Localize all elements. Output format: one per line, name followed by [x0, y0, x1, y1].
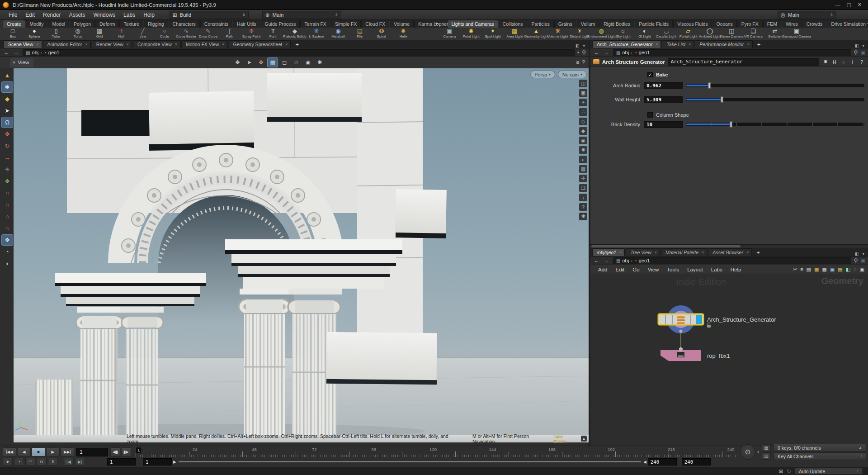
render-shutter-icon[interactable]: ◉ — [303, 58, 313, 67]
model[interactable]: Model — [48, 20, 69, 28]
go-end-button[interactable]: ▶▶| — [61, 447, 74, 456]
display-wire-icon[interactable]: ◇ — [579, 118, 587, 125]
go[interactable]: Go — [628, 266, 643, 273]
create[interactable]: Create — [3, 20, 25, 28]
assets[interactable]: Assets — [65, 11, 89, 19]
guide-process[interactable]: Guide Process — [261, 20, 300, 28]
close-button[interactable]: ✕ — [858, 2, 862, 8]
slider-handle[interactable] — [708, 82, 711, 89]
help[interactable]: Help — [726, 266, 745, 273]
prev-key-button[interactable]: |◀ — [64, 458, 74, 466]
frame-selected-icon[interactable]: ⌖ — [579, 99, 587, 106]
forward-arrow-icon[interactable]: → — [603, 49, 610, 56]
net-grid-icon[interactable]: ▦ — [822, 266, 826, 272]
hair-utils[interactable]: Hair Utils — [233, 20, 260, 28]
node-label-2[interactable]: rop_fbx1 — [707, 352, 730, 359]
param-help-icon[interactable]: ? — [858, 59, 865, 65]
pane-maximize-icon[interactable]: ◧ — [855, 252, 859, 256]
viewport-message-icon[interactable]: ▲ — [581, 436, 587, 442]
geometry-spreadsheet[interactable]: Geometry Spreadsheet× — [229, 40, 291, 48]
next-frame-button[interactable]: ▮▶ — [121, 447, 131, 456]
render[interactable]: Render — [39, 11, 65, 19]
playback-range-slider[interactable] — [179, 461, 641, 462]
simple-fx[interactable]: Simple FX — [331, 20, 361, 28]
pyro-fx[interactable]: Pyro FX — [737, 20, 763, 28]
net-tree-icon[interactable]: ≡ — [800, 266, 803, 272]
add-shelf-tab-button[interactable]: + — [431, 20, 442, 28]
prev-frame-button[interactable]: ◀▮ — [110, 447, 120, 456]
grains[interactable]: Grains — [554, 20, 576, 28]
labs[interactable]: Labs — [119, 11, 139, 19]
tool-spiral[interactable]: ❂ Spiral — [371, 28, 392, 38]
snap-point-icon[interactable]: ∩ — [2, 211, 13, 222]
tool-gi-light[interactable]: ◐ GI Light — [634, 28, 656, 38]
realtime-toggle-icon[interactable]: ⊙ — [37, 458, 47, 466]
snap-options-icon[interactable]: ▦ — [268, 58, 278, 67]
new-pane-tab-button[interactable]: + — [292, 41, 302, 48]
lights-and-cameras[interactable]: Lights and Cameras — [448, 20, 498, 28]
shelf-set-selector[interactable]: ⊕ Main ⇕ — [262, 11, 341, 19]
breadcrumb-obj[interactable]: obj — [622, 258, 629, 263]
align-icon[interactable]: ❖ — [2, 176, 13, 186]
tree-view[interactable]: Tree View× — [626, 248, 660, 256]
display-shaded-icon[interactable]: ◆ — [579, 127, 587, 135]
motion-fx-view[interactable]: Motion FX View× — [181, 40, 228, 48]
snap-curve-icon[interactable]: ∩ — [2, 200, 13, 210]
tool-portal-light[interactable]: ▱ Portal Light — [677, 28, 699, 38]
layout[interactable]: Layout — [683, 266, 707, 273]
oceans[interactable]: Oceans — [712, 20, 737, 28]
pane-maximize-icon[interactable]: ◧ — [576, 43, 580, 48]
constraints[interactable]: Constraints — [200, 20, 232, 28]
param-search-icon[interactable]: ◌ — [840, 59, 847, 65]
pin-icon[interactable]: ⚲ — [854, 257, 858, 264]
display-settings-icon[interactable]: ✱ — [315, 58, 325, 67]
edit[interactable]: Edit — [611, 266, 628, 273]
vp-settings-icon[interactable]: ✱ — [579, 213, 587, 220]
close-tab-icon[interactable]: × — [85, 42, 88, 47]
tool-circle[interactable]: ○ Circle — [154, 28, 175, 38]
performance-monitor[interactable]: Performance Monitor× — [695, 40, 752, 48]
pane-help-icon[interactable]: ? — [582, 59, 585, 66]
channel-list-icon[interactable]: ▤ — [762, 452, 771, 460]
tool-stereo-camera[interactable]: ◫ Stereo Camera — [721, 28, 742, 38]
wires[interactable]: Wires — [782, 20, 802, 28]
node-rop-fbx1[interactable] — [660, 349, 701, 361]
cook-refresh-icon[interactable]: ↻ — [787, 468, 791, 475]
breadcrumb-geo1[interactable]: geo1 — [639, 50, 650, 55]
characters[interactable]: Characters — [169, 20, 200, 28]
tool-volume-light[interactable]: ❋ Volume Light — [547, 28, 569, 38]
tool-platonic-solids[interactable]: ◆ Platonic Solids — [284, 28, 306, 38]
range-right-handle[interactable]: ◀ — [643, 460, 646, 464]
deform[interactable]: Deform — [95, 20, 119, 28]
set-key-icon[interactable]: ➤ — [3, 458, 13, 466]
forward-arrow-icon[interactable]: → — [603, 257, 610, 264]
new-pane-tab-button[interactable]: + — [753, 249, 764, 256]
arch-structure-generator[interactable]: Arch_Structure_Generator× — [592, 40, 661, 48]
net-tools-icon[interactable]: ✂ — [793, 266, 797, 272]
tool-draw-curve[interactable]: ✎ Draw Curve — [197, 28, 219, 38]
audio-panel-icon[interactable]: ◠ — [25, 458, 35, 466]
pane-maximize-icon[interactable]: ◧ — [855, 43, 859, 48]
close-tab-icon[interactable]: × — [222, 42, 224, 47]
show-handles-icon[interactable]: ▲ — [2, 70, 13, 81]
tools[interactable]: Tools — [663, 266, 683, 273]
viscous-fluids[interactable]: Viscous Fluids — [673, 20, 712, 28]
next-key-button[interactable]: ▶| — [75, 458, 85, 466]
close-tab-icon[interactable]: × — [127, 42, 129, 47]
pin-icon[interactable]: ⚲ — [582, 49, 586, 56]
desktop-selector[interactable]: ⊞ Build ⇕ — [170, 11, 249, 19]
node-arch-structure-generator[interactable] — [658, 314, 703, 333]
edit[interactable]: Edit — [21, 11, 39, 19]
close-tab-icon[interactable]: × — [36, 42, 38, 47]
tool-helix[interactable]: ✺ Helix — [392, 28, 414, 38]
tool-ambient-light[interactable]: ◯ Ambient Light — [699, 28, 721, 38]
vp-help-icon[interactable]: ? — [579, 203, 587, 211]
tool-l-system[interactable]: ❋ L-System — [306, 28, 327, 38]
back-arrow-icon[interactable]: ← — [593, 257, 600, 264]
tool-sphere[interactable]: ● Sphere — [24, 28, 45, 38]
brick-density-slider[interactable] — [686, 123, 864, 126]
param-slider[interactable] — [686, 98, 864, 101]
particle-fluids[interactable]: Particle Fluids — [635, 20, 673, 28]
back-arrow-icon[interactable]: ← — [593, 49, 600, 56]
keys-channels-button[interactable]: 0 keys, 0/0 channels▲ — [774, 444, 866, 451]
